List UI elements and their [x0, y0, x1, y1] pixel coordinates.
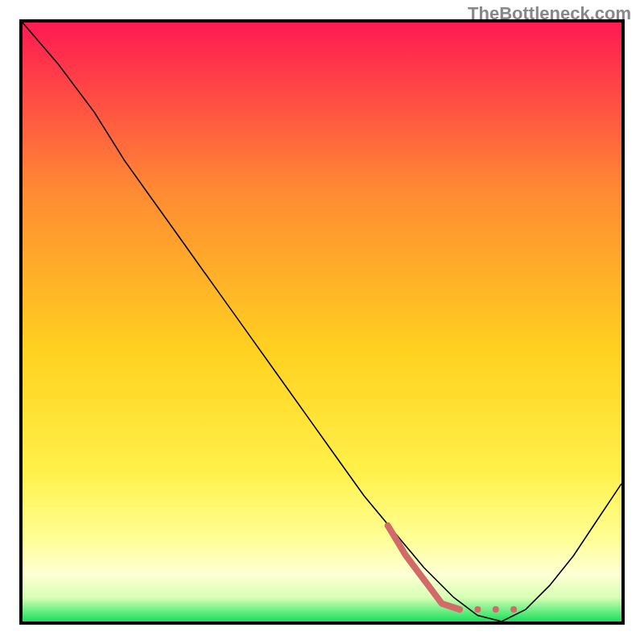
- highlight-dot: [474, 606, 481, 613]
- highlight-dot: [510, 606, 517, 613]
- chart-area: [19, 19, 625, 625]
- highlight-dot: [493, 606, 499, 613]
- chart-svg: [23, 23, 621, 621]
- gradient-background: [23, 23, 621, 621]
- watermark-label: TheBottleneck.com: [468, 3, 631, 24]
